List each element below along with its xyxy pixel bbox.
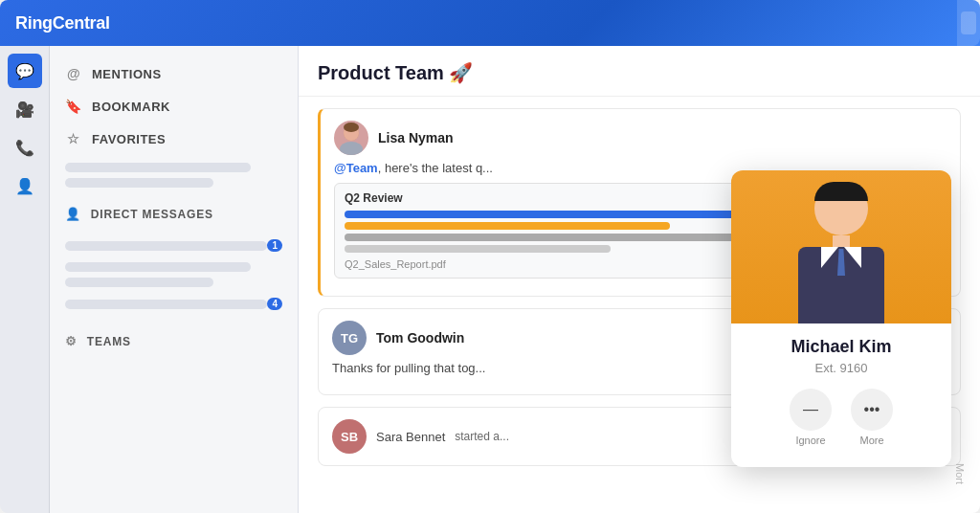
msg-header-lisa: Lisa Nyman [334, 121, 947, 155]
sara-action: started a... [455, 430, 509, 443]
placeholder-fav-2 [65, 178, 213, 188]
chat-icon[interactable]: 💬 [8, 54, 42, 88]
mentions-icon: @ [65, 65, 82, 82]
sidebar-item-favorites[interactable]: ☆ FAVORITES [50, 123, 298, 155]
popup-contact-name: Michael Kim [746, 337, 936, 357]
dm-badge-2: 4 [267, 298, 282, 310]
profile-popup: Michael Kim Ext. 9160 — Ignore ••• More [731, 170, 951, 467]
chart-bar-3 [345, 234, 759, 241]
avatar-sara: SB [332, 419, 367, 454]
more-label: More [859, 435, 883, 446]
placeholder-dm-2 [65, 262, 251, 272]
person-neck [833, 235, 850, 247]
ignore-label: Ignore [795, 435, 825, 446]
app-header: RingCentral [0, 0, 980, 46]
bookmark-icon: 🔖 [65, 98, 82, 115]
main-content: Product Team 🚀 Lisa Nyman [299, 46, 980, 513]
more-icon-circle: ••• [851, 389, 893, 431]
placeholder-dm-1 [65, 241, 267, 251]
favorites-section [50, 163, 298, 188]
avatar-tom: TG [332, 321, 367, 355]
popup-photo [731, 170, 951, 323]
dm-badge-1: 1 [267, 239, 282, 252]
sidebar-item-mentions[interactable]: @ MENTIONS [50, 57, 298, 90]
chart-bar-4 [345, 245, 611, 253]
app-body: 💬 🎥 📞 👤 @ MENTIONS 🔖 BOOKMARK ☆ FAVORITE… [0, 46, 980, 513]
placeholder-dm-3 [65, 278, 213, 287]
video-icon[interactable]: 🎥 [8, 92, 42, 126]
ignore-button[interactable]: — Ignore [790, 389, 832, 446]
star-icon: ☆ [65, 130, 82, 147]
header-notch [957, 0, 980, 46]
icon-rail: 💬 🎥 📞 👤 [0, 46, 50, 513]
sender-name-tom: Tom Goodwin [376, 330, 464, 346]
sidebar: @ MENTIONS 🔖 BOOKMARK ☆ FAVORITES 👤 DIRE… [50, 46, 299, 513]
channel-header: Product Team 🚀 [299, 46, 980, 97]
popup-action-buttons: — Ignore ••• More [746, 389, 936, 446]
phone-icon[interactable]: 📞 [8, 130, 42, 165]
sender-name-lisa: Lisa Nyman [378, 130, 454, 145]
person-body [798, 247, 884, 323]
chart-bar-2 [345, 222, 670, 230]
msg-text-sara: Sara Bennet [376, 430, 445, 444]
person-illustration [798, 182, 884, 323]
channel-title: Product Team 🚀 [318, 62, 473, 83]
placeholder-fav-1 [65, 163, 251, 172]
more-icon: ••• [864, 401, 880, 418]
ignore-icon-circle: — [790, 389, 832, 431]
dm-section: 1 4 [50, 234, 298, 315]
person-head [814, 182, 868, 235]
ignore-icon: — [803, 401, 818, 418]
teams-icon: ⚙ [65, 334, 78, 348]
dm-icon: 👤 [65, 207, 81, 221]
collar-left [821, 247, 838, 268]
svg-point-1 [340, 142, 363, 155]
popup-extension: Ext. 9160 [746, 361, 936, 375]
contacts-icon[interactable]: 👤 [8, 168, 42, 203]
avatar-lisa [334, 121, 368, 155]
person-hair [814, 182, 868, 201]
teams-header: ⚙ TEAMS [50, 323, 298, 354]
direct-messages-header: 👤 DIRECT MESSAGES [50, 195, 298, 227]
more-button[interactable]: ••• More [851, 389, 893, 446]
popup-info: Michael Kim Ext. 9160 — Ignore ••• More [731, 323, 951, 467]
person-tie [837, 249, 845, 276]
mort-label: Mort [954, 463, 966, 484]
app-logo: RingCentral [15, 13, 110, 33]
svg-point-3 [344, 123, 359, 132]
sidebar-item-bookmark[interactable]: 🔖 BOOKMARK [50, 90, 298, 123]
placeholder-dm-4 [65, 300, 267, 309]
collar-right [844, 247, 861, 268]
